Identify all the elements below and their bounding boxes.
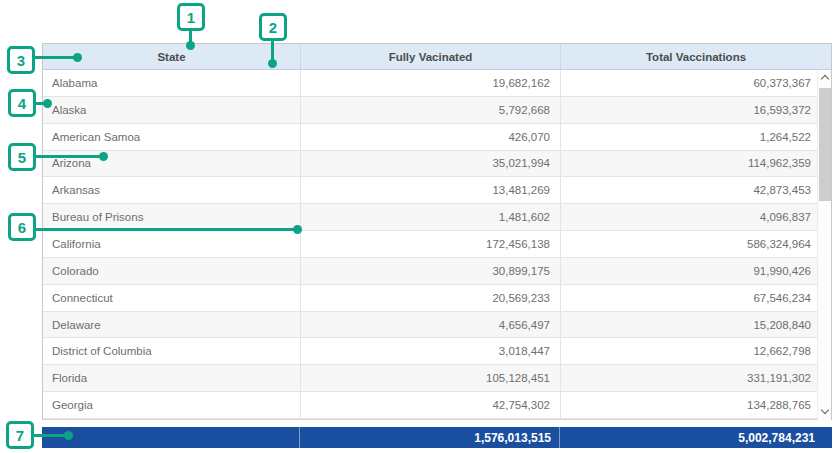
callout-4-badge: 4 (8, 89, 36, 117)
summary-fully-vaccinated-total: 1,576,013,515 (300, 427, 560, 448)
table-row[interactable]: Georgia 42,754,302 134,288,765 (43, 392, 831, 419)
chevron-up-icon (821, 75, 829, 83)
column-header-fully-vaccinated[interactable]: Fully Vacinated (301, 44, 561, 69)
callout-3-dot (73, 53, 82, 62)
callout-6-badge: 6 (8, 213, 36, 241)
cell-total-vaccinations: 114,962,359 (561, 151, 831, 177)
cell-state: Alabama (43, 70, 301, 96)
callout-3-stem (35, 56, 77, 59)
callout-2-badge: 2 (259, 13, 287, 41)
cell-state: Delaware (43, 312, 301, 338)
callout-5-dot (99, 152, 108, 161)
chevron-down-icon (821, 406, 829, 414)
cell-total-vaccinations: 67,546,234 (561, 285, 831, 311)
cell-total-vaccinations: 91,990,426 (561, 258, 831, 284)
cell-state: Alaska (43, 97, 301, 123)
summary-state-cell (42, 427, 300, 448)
table-body: Alabama 19,682,162 60,373,367 Alaska 5,7… (42, 70, 832, 420)
callout-1-dot (186, 41, 195, 50)
callout-3-badge: 3 (7, 46, 35, 74)
cell-total-vaccinations: 15,208,840 (561, 312, 831, 338)
callout-2-dot (268, 59, 277, 68)
cell-fully-vaccinated: 1,481,602 (301, 204, 561, 230)
table-row[interactable]: Arkansas 13,481,269 42,873,453 (43, 177, 831, 204)
cell-total-vaccinations: 1,264,522 (561, 124, 831, 150)
scroll-down-button[interactable] (818, 404, 832, 420)
cell-total-vaccinations: 12,662,798 (561, 338, 831, 364)
table-row[interactable]: American Samoa 426,070 1,264,522 (43, 124, 831, 151)
attribute-table: State Fully Vacinated Total Vaccinations… (42, 43, 832, 420)
callout-6-stem (36, 228, 297, 231)
scroll-up-button[interactable] (818, 70, 832, 86)
callout-7-badge: 7 (6, 421, 34, 449)
cell-state: Florida (43, 365, 301, 391)
cell-total-vaccinations: 134,288,765 (561, 392, 831, 418)
cell-state: Arkansas (43, 177, 301, 203)
cell-total-vaccinations: 331,191,302 (561, 365, 831, 391)
table-header-row: State Fully Vacinated Total Vaccinations (42, 43, 832, 70)
summary-row: 1,576,013,515 5,002,784,231 (42, 427, 832, 448)
callout-1-badge: 1 (177, 3, 205, 31)
cell-total-vaccinations: 60,373,367 (561, 70, 831, 96)
callout-5-badge: 5 (8, 143, 36, 171)
table-row[interactable]: Alabama 19,682,162 60,373,367 (43, 70, 831, 97)
cell-fully-vaccinated: 5,792,668 (301, 97, 561, 123)
cell-state: Colorado (43, 258, 301, 284)
cell-total-vaccinations: 16,593,372 (561, 97, 831, 123)
table-row[interactable]: Alaska 5,792,668 16,593,372 (43, 97, 831, 124)
vertical-scrollbar[interactable] (817, 70, 831, 420)
cell-state: American Samoa (43, 124, 301, 150)
cell-total-vaccinations: 42,873,453 (561, 177, 831, 203)
cell-total-vaccinations: 586,324,964 (561, 231, 831, 257)
cell-fully-vaccinated: 19,682,162 (301, 70, 561, 96)
cell-state: Bureau of Prisons (43, 204, 301, 230)
cell-fully-vaccinated: 35,021,994 (301, 151, 561, 177)
cell-state: California (43, 231, 301, 257)
summary-total-vaccinations-total: 5,002,784,231 (560, 427, 832, 448)
cell-fully-vaccinated: 172,456,138 (301, 231, 561, 257)
table-row[interactable]: Delaware 4,656,497 15,208,840 (43, 312, 831, 339)
callout-6-dot (293, 225, 302, 234)
table-row[interactable]: District of Columbia 3,018,447 12,662,79… (43, 338, 831, 365)
cell-fully-vaccinated: 30,899,175 (301, 258, 561, 284)
callout-7-stem (34, 434, 68, 437)
cell-fully-vaccinated: 4,656,497 (301, 312, 561, 338)
cell-fully-vaccinated: 426,070 (301, 124, 561, 150)
table-row[interactable]: Florida 105,128,451 331,191,302 (43, 365, 831, 392)
cell-state: Georgia (43, 392, 301, 418)
cell-fully-vaccinated: 105,128,451 (301, 365, 561, 391)
callout-4-dot (43, 99, 52, 108)
table-row[interactable]: California 172,456,138 586,324,964 (43, 231, 831, 258)
table-row[interactable]: Colorado 30,899,175 91,990,426 (43, 258, 831, 285)
cell-state: District of Columbia (43, 338, 301, 364)
cell-state: Connecticut (43, 285, 301, 311)
column-header-total-vaccinations[interactable]: Total Vaccinations (561, 44, 831, 69)
cell-fully-vaccinated: 3,018,447 (301, 338, 561, 364)
screenshot-stage: State Fully Vacinated Total Vaccinations… (0, 0, 833, 453)
cell-fully-vaccinated: 13,481,269 (301, 177, 561, 203)
callout-7-dot (64, 431, 73, 440)
cell-fully-vaccinated: 42,754,302 (301, 392, 561, 418)
table-row[interactable]: Connecticut 20,569,233 67,546,234 (43, 285, 831, 312)
callout-5-stem (36, 155, 103, 158)
cell-fully-vaccinated: 20,569,233 (301, 285, 561, 311)
cell-total-vaccinations: 4,096,837 (561, 204, 831, 230)
scrollbar-thumb[interactable] (819, 88, 831, 201)
table-row[interactable]: Arizona 35,021,994 114,962,359 (43, 151, 831, 178)
